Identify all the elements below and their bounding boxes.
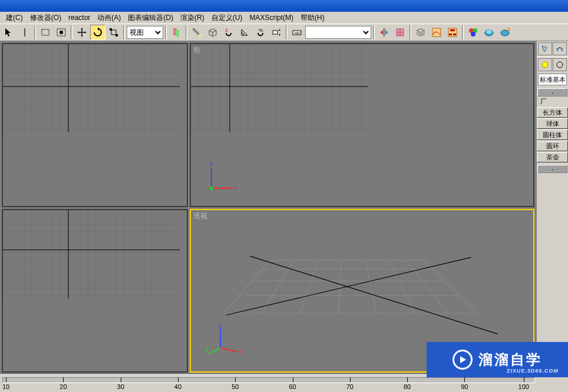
tool-curve-editor-icon[interactable] [429, 25, 444, 40]
svg-rect-27 [3, 44, 180, 132]
tool-mirror[interactable] [377, 25, 392, 40]
tool-align[interactable] [392, 25, 408, 40]
svg-rect-38 [3, 210, 180, 298]
menu-customize[interactable]: 自定义(U) [208, 12, 246, 24]
svg-point-25 [486, 30, 492, 34]
svg-rect-0 [24, 28, 25, 36]
tool-vsep-icon[interactable] [17, 25, 32, 40]
time-tick-labels: 10 20 30 40 50 60 70 80 90 100 [2, 383, 535, 391]
viewport-front[interactable]: 前 x z [190, 43, 534, 207]
tool-material-editor-icon[interactable] [465, 25, 481, 40]
tool-scale[interactable] [106, 25, 121, 40]
svg-text:%: % [259, 28, 263, 33]
viewport-grid [3, 44, 180, 132]
create-teapot-button[interactable]: 茶壶 [537, 152, 568, 162]
toolbar-separator [165, 25, 167, 39]
svg-point-23 [471, 32, 475, 36]
svg-rect-30 [191, 44, 368, 132]
menu-graph-editor[interactable]: 图表编辑器(D) [124, 12, 177, 24]
svg-rect-18 [450, 29, 455, 31]
time-slider-track[interactable] [2, 377, 535, 383]
svg-point-64 [557, 62, 563, 68]
rollout-header[interactable]: - [537, 88, 567, 97]
command-panel-tabs [537, 41, 568, 57]
menu-maxscript[interactable]: MAXScript(M) [246, 12, 297, 23]
svg-rect-16 [432, 28, 441, 36]
tool-arrow[interactable] [1, 25, 16, 40]
workspace: 前 x z 透视 [0, 41, 568, 374]
svg-text:x: x [233, 184, 236, 191]
auto-grid-check[interactable]: 厂 [537, 97, 568, 107]
svg-text:z: z [210, 161, 213, 167]
main-toolbar: 视图 3 % ABC [0, 24, 568, 41]
svg-point-3 [60, 31, 63, 34]
create-torus-button[interactable]: 圆环 [537, 141, 568, 151]
tool-angle-snap[interactable] [237, 25, 252, 40]
menu-render[interactable]: 渲染(R) [177, 12, 208, 24]
viewports-grid: 前 x z 透视 [0, 41, 536, 374]
viewport-label: 透视 [193, 211, 207, 221]
toolbar-separator [34, 25, 36, 39]
tool-render-icon[interactable] [481, 25, 497, 40]
tool-region-select[interactable] [38, 25, 53, 40]
title-bar [0, 0, 568, 12]
create-subtabs [537, 57, 568, 72]
tool-window-select[interactable] [54, 25, 69, 40]
tab-create[interactable] [538, 42, 552, 55]
menu-modifier[interactable]: 修改器(O) [27, 12, 65, 24]
tool-percent-snap[interactable]: % [253, 25, 268, 40]
tool-snap-3[interactable]: 3 [221, 25, 236, 40]
menu-bar: 建(C) 修改器(O) reactor 动画(A) 图表编辑器(D) 渲染(R)… [0, 12, 568, 24]
viewport-bottom-left[interactable] [2, 209, 188, 373]
viewport-grid [3, 210, 180, 298]
svg-point-26 [501, 30, 509, 36]
menu-animation[interactable]: 动画(A) [94, 12, 124, 24]
toolbar-separator [286, 25, 288, 39]
subtab-shapes[interactable] [553, 58, 567, 71]
tool-move[interactable] [74, 25, 90, 40]
toolbar-separator [373, 25, 375, 39]
time-ruler[interactable]: 10 20 30 40 50 60 70 80 90 100 [2, 377, 535, 391]
toolbar-separator [123, 25, 125, 39]
watermark-sub: ZIXUE.3D66.COM [507, 368, 559, 374]
rollout-header-2[interactable]: - [537, 165, 567, 173]
svg-text:ABC: ABC [294, 31, 302, 35]
toolbar-separator [410, 25, 411, 39]
toolbar-separator [71, 25, 72, 39]
tool-layers[interactable] [413, 25, 428, 40]
svg-point-63 [542, 62, 548, 68]
watermark-title: 溜溜自学 [478, 350, 542, 369]
create-sphere-button[interactable]: 球体 [537, 118, 568, 129]
command-panel: 标准基本 - 厂 长方体 球体 圆柱体 圆环 茶壶 - [536, 41, 568, 374]
tool-spinner-snap[interactable] [269, 25, 284, 40]
tool-quick-render-icon[interactable] [497, 25, 513, 40]
tab-modify[interactable] [553, 42, 567, 55]
tool-flashlight-icon[interactable] [189, 25, 204, 40]
menu-reactor[interactable]: reactor [65, 12, 94, 23]
watermark-banner: 溜溜自学 ZIXUE.3D66.COM [427, 342, 568, 377]
axis-gizmo-icon: x z [200, 159, 241, 200]
viewport-top-left[interactable] [2, 43, 188, 207]
toolbar-separator [186, 25, 187, 39]
svg-rect-5 [110, 28, 112, 31]
svg-rect-12 [273, 31, 278, 34]
create-box-button[interactable]: 长方体 [537, 107, 568, 118]
svg-rect-20 [453, 34, 456, 35]
svg-point-9 [199, 34, 201, 36]
create-type-combo[interactable]: 标准基本 [538, 74, 567, 85]
viewport-grid [191, 44, 368, 132]
combo-named-selection[interactable] [305, 26, 371, 39]
svg-point-37 [210, 187, 213, 190]
combo-coordinate[interactable]: 视图 [127, 26, 163, 39]
menu-help[interactable]: 帮助(H) [297, 12, 328, 24]
tool-pivot-center[interactable] [169, 25, 184, 40]
subtab-geometry[interactable] [538, 58, 552, 71]
tool-box-icon[interactable] [205, 25, 220, 40]
viewport-label: 前 [193, 45, 200, 55]
tool-named-sel[interactable]: ABC [289, 25, 305, 40]
svg-rect-8 [176, 30, 179, 36]
tool-rotate[interactable] [90, 25, 105, 40]
tool-schematic-icon[interactable] [445, 25, 460, 40]
menu-create[interactable]: 建(C) [2, 12, 27, 24]
create-cylinder-button[interactable]: 圆柱体 [537, 129, 568, 140]
